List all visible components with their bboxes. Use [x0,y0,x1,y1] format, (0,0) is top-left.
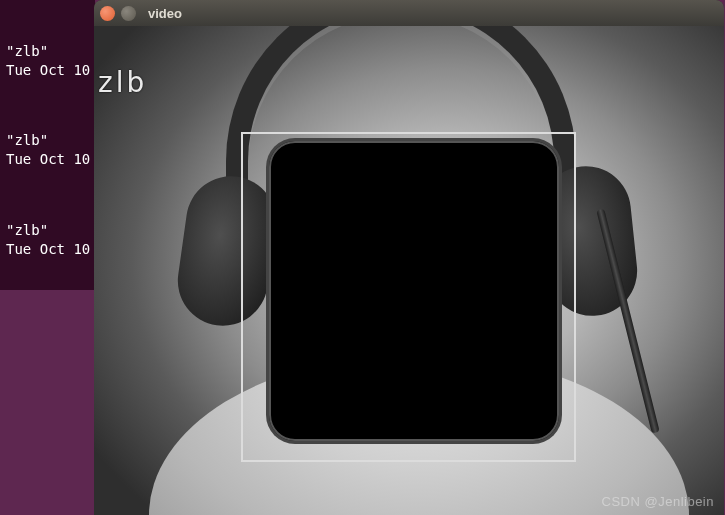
terminal-name: "zlb" [6,222,48,238]
window-titlebar[interactable]: video [94,0,724,26]
terminal-date: Tue Oct 10 [6,151,90,167]
video-window: video zlb CSDN @Jenlibein [94,0,724,515]
terminal-date: Tue Oct 10 [6,62,90,78]
terminal-line: "zlb" Tue Oct 10 [6,131,95,169]
video-frame: zlb CSDN @Jenlibein [94,26,724,515]
terminal-name: "zlb" [6,132,48,148]
face-detection-rectangle [241,132,576,462]
terminal-line: "zlb" Tue Oct 10 [6,221,95,259]
terminal-panel: "zlb" Tue Oct 10 "zlb" Tue Oct 10 "zlb" … [0,0,95,290]
minimize-icon[interactable] [121,6,136,21]
close-icon[interactable] [100,6,115,21]
window-title: video [148,6,182,21]
watermark-text: CSDN @Jenlibein [602,494,714,509]
terminal-date: Tue Oct 10 [6,241,90,257]
detection-label: zlb [98,66,147,99]
terminal-line: "zlb" Tue Oct 10 [6,42,95,80]
terminal-name: "zlb" [6,43,48,59]
